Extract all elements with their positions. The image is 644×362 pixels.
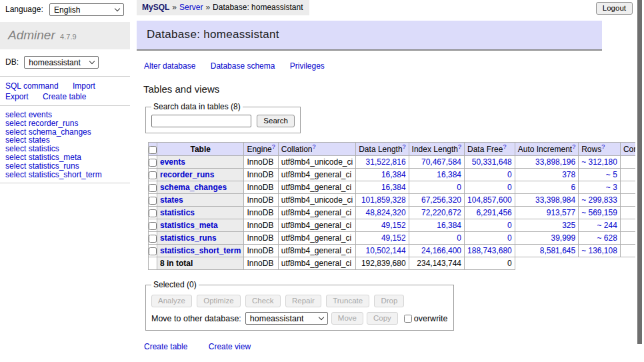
sidebar-item-select-statistics-short-term[interactable]: select statistics_short_term — [5, 170, 102, 179]
index-length-link[interactable]: 24,166,400 — [421, 246, 461, 255]
breadcrumb-server-link[interactable]: Server — [179, 3, 203, 12]
optimize-button[interactable]: Optimize — [197, 295, 240, 307]
create-table-link[interactable]: Create table — [144, 342, 187, 351]
data-length-link[interactable]: 16,384 — [381, 170, 406, 179]
data-free-link[interactable]: 0 — [507, 183, 512, 192]
table-link[interactable]: statistics_short_term — [160, 246, 241, 255]
index-length-link[interactable]: 72,220,672 — [421, 208, 461, 217]
auto-increment-link[interactable]: 378 — [562, 170, 575, 179]
auto-increment-link[interactable]: 325 — [562, 221, 575, 230]
data-length-link[interactable]: 16,384 — [381, 183, 406, 192]
create-view-link[interactable]: Create view — [209, 342, 251, 351]
data-free-link[interactable]: 104,857,600 — [467, 195, 512, 205]
repair-button[interactable]: Repair — [285, 295, 321, 307]
select-all-checkbox[interactable] — [149, 146, 157, 154]
check-button[interactable]: Check — [245, 295, 281, 307]
search-input[interactable] — [151, 115, 251, 127]
data-length-link[interactable]: 31,522,816 — [366, 157, 406, 167]
data-length-link[interactable]: 49,152 — [381, 233, 406, 243]
db-select[interactable]: homeassistant — [24, 56, 99, 69]
privileges-link[interactable]: Privileges — [290, 61, 325, 71]
data-free-link[interactable]: 188,743,680 — [467, 246, 512, 255]
help-link[interactable]: ? — [312, 143, 315, 150]
overwrite-checkbox[interactable] — [404, 315, 412, 323]
rows-count-link[interactable]: ~ 244 — [597, 221, 617, 230]
sidebar-link-export[interactable]: Export — [5, 92, 29, 101]
data-free-link[interactable]: 0 — [507, 233, 512, 243]
row-checkbox[interactable] — [149, 235, 157, 243]
data-length-link[interactable]: 101,859,328 — [361, 195, 406, 205]
rows-count-link[interactable]: ~ 136,108 — [581, 246, 617, 255]
auto-increment-link[interactable]: 39,999 — [551, 233, 575, 243]
index-length-link[interactable]: 70,467,584 — [421, 157, 461, 167]
breadcrumb-mysql-link[interactable]: MySQL — [142, 3, 169, 12]
column-header-table: Table — [157, 143, 244, 156]
scrollbar-thumb[interactable] — [637, 0, 642, 344]
table-link[interactable]: recorder_runs — [160, 170, 214, 179]
help-link[interactable]: ? — [503, 143, 506, 150]
auto-increment-link[interactable]: 33,898,196 — [535, 157, 575, 167]
language-select[interactable]: English — [49, 3, 124, 16]
table-link[interactable]: events — [160, 157, 185, 167]
drop-button[interactable]: Drop — [374, 295, 404, 307]
app-version: 4.7.9 — [60, 33, 76, 41]
total-collation-cell: utf8mb4_general_ci — [278, 257, 355, 270]
help-link[interactable]: ? — [272, 143, 275, 150]
auto-increment-link[interactable]: 6 — [571, 183, 575, 192]
table-link[interactable]: states — [160, 195, 183, 205]
auto-increment-link[interactable]: 913,577 — [547, 208, 575, 217]
data-free-link[interactable]: 0 — [507, 221, 512, 230]
alter-database-link[interactable]: Alter database — [144, 61, 195, 71]
index-length-link[interactable]: 16,384 — [437, 221, 461, 230]
row-checkbox[interactable] — [149, 159, 157, 167]
rows-count-link[interactable]: ~ 569,159 — [581, 208, 617, 217]
table-link[interactable]: statistics — [160, 208, 195, 217]
data-free-link[interactable]: 6,291,456 — [476, 208, 511, 217]
index-length-link[interactable]: 67,256,320 — [421, 195, 461, 205]
auto-increment-link[interactable]: 8,581,645 — [540, 246, 575, 255]
move-button[interactable]: Move — [331, 312, 363, 325]
sidebar-link-sql-command[interactable]: SQL command — [5, 81, 59, 91]
row-checkbox[interactable] — [149, 197, 157, 205]
database-schema-link[interactable]: Database schema — [211, 61, 275, 71]
table-link[interactable]: statistics_runs — [160, 233, 217, 243]
index-length-link[interactable]: 0 — [457, 233, 461, 243]
help-link[interactable]: ? — [572, 143, 575, 150]
search-legend: Search data in tables (8) — [151, 102, 243, 111]
data-free-link[interactable]: 0 — [507, 170, 512, 179]
logout-button[interactable]: Logout — [596, 2, 633, 15]
divider — [0, 76, 130, 77]
column-header-index-length: Index Length? — [409, 143, 464, 156]
truncate-button[interactable]: Truncate — [326, 295, 369, 307]
help-link[interactable]: ? — [403, 143, 406, 150]
database-nav-links: Alter database Database schema Privilege… — [144, 61, 635, 71]
row-checkbox[interactable] — [149, 222, 157, 230]
index-length-link[interactable]: 16,384 — [437, 170, 461, 179]
index-length-link[interactable]: 0 — [457, 183, 461, 192]
analyze-button[interactable]: Analyze — [151, 295, 192, 307]
table-link[interactable]: schema_changes — [160, 183, 227, 192]
row-checkbox[interactable] — [149, 247, 157, 255]
row-checkbox[interactable] — [149, 171, 157, 179]
row-checkbox[interactable] — [149, 209, 157, 217]
rows-count-link[interactable]: ~ 628 — [597, 233, 617, 243]
search-button[interactable]: Search — [257, 115, 294, 127]
data-length-link[interactable]: 49,152 — [381, 221, 406, 230]
rows-count-link[interactable]: ~ 3 — [606, 183, 617, 192]
rows-count-link[interactable]: ~ 5 — [606, 170, 617, 179]
help-link[interactable]: ? — [601, 143, 605, 150]
data-length-link[interactable]: 48,824,320 — [366, 208, 406, 217]
help-link[interactable]: ? — [458, 143, 461, 150]
sidebar-link-create-table[interactable]: Create table — [43, 92, 86, 101]
auto-increment-link[interactable]: 33,398,984 — [535, 195, 575, 205]
db-label: DB: — [5, 57, 19, 67]
sidebar-link-import[interactable]: Import — [73, 81, 95, 91]
rows-count-link[interactable]: ~ 312,180 — [581, 157, 617, 167]
target-database-select[interactable]: homeassistant — [245, 312, 328, 325]
copy-button[interactable]: Copy — [367, 312, 398, 325]
table-link[interactable]: statistics_meta — [160, 221, 218, 230]
row-checkbox[interactable] — [149, 184, 157, 192]
data-free-link[interactable]: 50,331,648 — [472, 157, 512, 167]
rows-count-link[interactable]: ~ 299,833 — [581, 195, 617, 205]
data-length-link[interactable]: 10,502,144 — [366, 246, 406, 255]
